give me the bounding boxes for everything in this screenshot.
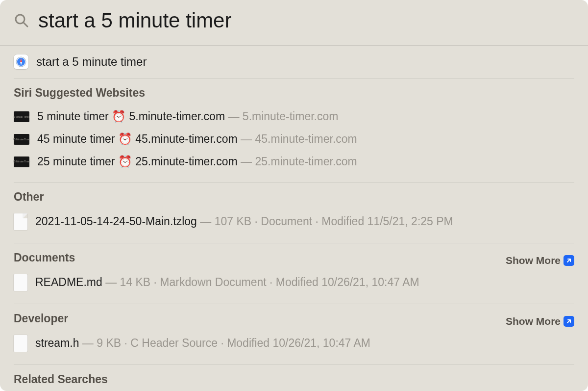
section-title: Related Searches [14, 373, 574, 386]
arrow-up-right-icon [564, 255, 574, 266]
arrow-up-right-icon [564, 316, 574, 327]
result-name: stream.h [35, 337, 79, 349]
file-result[interactable]: stream.h — 9 KB · C Header Source · Modi… [14, 331, 574, 356]
section-title: Developer [14, 312, 68, 325]
result-meta: 9 KB · C Header Source · Modified 10/26/… [97, 337, 370, 349]
spotlight-window: start a 5 minute timer Siri Suggested We… [0, 0, 588, 391]
search-bar [0, 0, 588, 46]
result-domain: 5.minute-timer.com [243, 110, 339, 123]
website-result[interactable]: 5 Minute Timer 5 minute timer ⏰ 5.minute… [14, 105, 574, 128]
section-title: Other [14, 190, 574, 204]
document-icon [14, 213, 27, 230]
show-more-label: Show More [506, 315, 561, 327]
section-documents: Documents Show More README.md — 14 KB · … [14, 243, 574, 304]
document-icon [14, 335, 27, 352]
section-siri-websites: Siri Suggested Websites 5 Minute Timer 5… [14, 78, 574, 182]
search-icon [14, 13, 29, 28]
file-result[interactable]: 2021-11-05-14-24-50-Main.tzlog — 107 KB … [14, 209, 574, 234]
result-meta: 107 KB · Document · Modified 11/5/21, 2:… [215, 215, 453, 228]
website-result[interactable]: 25 Minute Timer 25 minute timer ⏰ 25.min… [14, 151, 574, 173]
result-title: 25 minute timer ⏰ 25.minute-timer.com [37, 155, 238, 168]
result-name: 2021-11-05-14-24-50-Main.tzlog [35, 215, 197, 228]
result-name: README.md [35, 276, 102, 288]
show-more-button[interactable]: Show More [506, 315, 574, 327]
top-hit-row[interactable]: start a 5 minute timer [14, 46, 574, 78]
result-domain: 45.minute-timer.com [255, 132, 357, 145]
website-result[interactable]: 45 Minute Timer 45 minute timer ⏰ 45.min… [14, 128, 574, 151]
file-result[interactable]: README.md — 14 KB · Markdown Document · … [14, 270, 574, 295]
results-content: start a 5 minute timer Siri Suggested We… [0, 46, 588, 391]
website-favicon: 45 Minute Timer [14, 134, 29, 145]
search-input[interactable] [38, 9, 574, 32]
section-other: Other 2021-11-05-14-24-50-Main.tzlog — 1… [14, 182, 574, 243]
section-developer: Developer Show More stream.h — 9 KB · C … [14, 304, 574, 365]
top-hit-label: start a 5 minute timer [36, 55, 147, 69]
result-title: 45 minute timer ⏰ 45.minute-timer.com [37, 132, 238, 145]
section-related-searches: Related Searches [14, 365, 574, 391]
result-title: 5 minute timer ⏰ 5.minute-timer.com [37, 110, 225, 123]
result-meta: 14 KB · Markdown Document · Modified 10/… [120, 276, 419, 288]
section-title: Documents [14, 251, 75, 264]
show-more-button[interactable]: Show More [506, 255, 574, 266]
show-more-label: Show More [506, 255, 561, 266]
website-favicon: 5 Minute Timer [14, 111, 29, 122]
document-icon [14, 274, 27, 291]
safari-icon [14, 54, 28, 69]
section-title: Siri Suggested Websites [14, 86, 574, 100]
svg-line-1 [24, 23, 27, 26]
website-favicon: 25 Minute Timer [14, 156, 29, 167]
result-domain: 25.minute-timer.com [255, 155, 357, 168]
